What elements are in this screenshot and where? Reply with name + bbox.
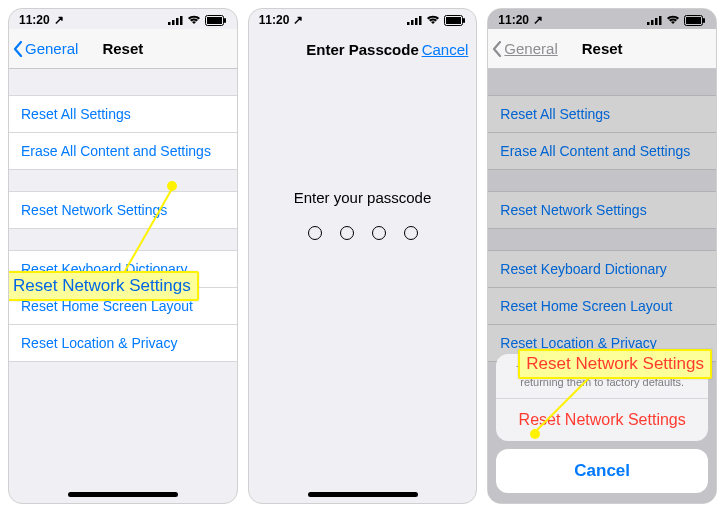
svg-rect-11 xyxy=(419,16,422,25)
phone-reset-screen: 11:20 ↗ General Reset Reset All Settings… xyxy=(8,8,238,504)
location-arrow-icon: ↗ xyxy=(533,13,543,27)
passcode-dot-icon xyxy=(404,226,418,240)
status-icons xyxy=(168,15,227,26)
status-bar: 11:20 ↗ xyxy=(488,9,716,29)
reset-network-settings[interactable]: Reset Network Settings xyxy=(488,191,716,229)
nav-title: Reset xyxy=(582,40,623,57)
location-arrow-icon: ↗ xyxy=(54,13,64,27)
back-label: General xyxy=(504,40,557,57)
svg-rect-21 xyxy=(703,18,705,23)
passcode-dots xyxy=(308,226,418,240)
sheet-confirm-button[interactable]: Reset Network Settings xyxy=(496,399,708,441)
svg-rect-2 xyxy=(176,18,179,25)
home-indicator[interactable] xyxy=(68,492,178,497)
annotation-callout: Reset Network Settings xyxy=(518,349,712,379)
location-arrow-icon: ↗ xyxy=(293,13,303,27)
svg-rect-17 xyxy=(655,18,658,25)
svg-rect-3 xyxy=(180,16,183,25)
status-bar: 11:20 ↗ xyxy=(249,9,477,29)
erase-all-content[interactable]: Erase All Content and Settings xyxy=(9,132,237,170)
passcode-prompt: Enter your passcode xyxy=(294,189,432,206)
status-bar: 11:20 ↗ xyxy=(9,9,237,29)
chevron-left-icon xyxy=(492,41,502,57)
svg-rect-8 xyxy=(407,22,410,25)
reset-keyboard-dictionary[interactable]: Reset Keyboard Dictionary xyxy=(488,250,716,288)
callout-line-icon xyxy=(534,373,594,433)
phone-passcode-screen: 11:20 ↗ Enter Passcode Cancel Enter your… xyxy=(248,8,478,504)
passcode-dot-icon xyxy=(372,226,386,240)
svg-rect-14 xyxy=(463,18,465,23)
nav-bar: Enter Passcode Cancel xyxy=(249,29,477,69)
chevron-left-icon xyxy=(13,41,23,57)
status-time: 11:20 xyxy=(259,13,290,27)
callout-line-icon xyxy=(123,185,175,273)
svg-rect-15 xyxy=(647,22,650,25)
reset-all-settings[interactable]: Reset All Settings xyxy=(488,95,716,133)
sheet-cancel-button[interactable]: Cancel xyxy=(496,449,708,493)
svg-rect-5 xyxy=(207,17,222,24)
reset-home-screen-layout[interactable]: Reset Home Screen Layout xyxy=(488,287,716,325)
svg-line-22 xyxy=(536,375,592,431)
passcode-dot-icon xyxy=(340,226,354,240)
passcode-dot-icon xyxy=(308,226,322,240)
svg-rect-18 xyxy=(659,16,662,25)
status-time: 11:20 xyxy=(498,13,529,27)
svg-rect-0 xyxy=(168,22,171,25)
svg-rect-1 xyxy=(172,20,175,25)
reset-location-privacy[interactable]: Reset Location & Privacy xyxy=(9,324,237,362)
nav-bar: General Reset xyxy=(488,29,716,69)
svg-rect-20 xyxy=(686,17,701,24)
nav-title: Reset xyxy=(102,40,143,57)
nav-bar: General Reset xyxy=(9,29,237,69)
svg-rect-16 xyxy=(651,20,654,25)
status-icons xyxy=(407,15,466,26)
status-icons xyxy=(647,15,706,26)
nav-title: Enter Passcode xyxy=(306,41,419,58)
cancel-button[interactable]: Cancel xyxy=(422,41,469,58)
back-label: General xyxy=(25,40,78,57)
back-button[interactable]: General xyxy=(13,40,78,57)
svg-rect-6 xyxy=(224,18,226,23)
erase-all-content[interactable]: Erase All Content and Settings xyxy=(488,132,716,170)
svg-line-7 xyxy=(125,187,173,271)
svg-rect-9 xyxy=(411,20,414,25)
back-button[interactable]: General xyxy=(492,40,557,57)
home-indicator[interactable] xyxy=(308,492,418,497)
reset-all-settings[interactable]: Reset All Settings xyxy=(9,95,237,133)
annotation-callout: Reset Network Settings xyxy=(8,271,199,301)
svg-rect-13 xyxy=(446,17,461,24)
status-time: 11:20 xyxy=(19,13,50,27)
svg-rect-10 xyxy=(415,18,418,25)
phone-action-sheet-screen: 11:20 ↗ General Reset Reset All Settings… xyxy=(487,8,717,504)
